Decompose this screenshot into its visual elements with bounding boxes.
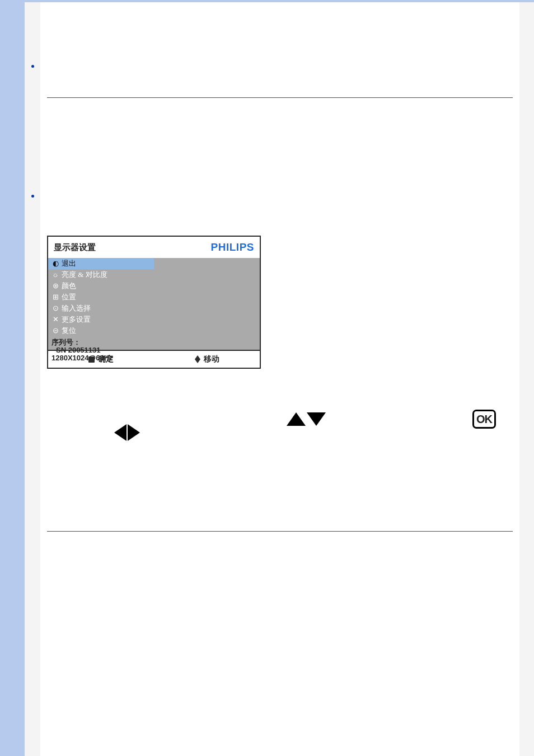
osd-item-label: 退出 [62, 259, 76, 269]
spacer [47, 436, 513, 531]
osd-item-more[interactable]: ✕ 更多设置 [48, 314, 154, 325]
osd-item-position[interactable]: ⊞ 位置 [48, 292, 154, 303]
osd-item-label: 颜色 [62, 281, 76, 291]
osd-foot-ok: 确定 [48, 354, 154, 364]
color-icon: ⊛ [51, 281, 59, 290]
brightness-icon: ☼ [51, 270, 59, 279]
osd-body: ◐ 退出 ☼ 亮度 & 对比度 ⊛ 颜色 ⊞ 位置 [48, 258, 260, 350]
osd-item-label: 亮度 & 对比度 [62, 270, 107, 280]
osd-foot-move: 移动 [154, 354, 260, 364]
page-frame: 显示器设置 PHILIPS ◐ 退出 ☼ 亮度 & 对比度 ⊛ 颜色 [25, 2, 534, 756]
brand-logo: PHILIPS [211, 241, 254, 253]
osd-item-exit[interactable]: ◐ 退出 [48, 258, 154, 269]
margin-bullet [31, 195, 34, 198]
exit-icon: ◐ [51, 259, 59, 268]
osd-item-label: 输入选择 [62, 303, 91, 313]
osd-menu: ◐ 退出 ☼ 亮度 & 对比度 ⊛ 颜色 ⊞ 位置 [48, 258, 154, 350]
spacer [47, 8, 513, 97]
ok-button-icon: OK [472, 410, 496, 429]
osd-item-input[interactable]: ⊙ 输入选择 [48, 303, 154, 314]
serial-number: SN 20051131 [51, 346, 151, 354]
osd-title: 显示器设置 [54, 242, 96, 253]
section-divider [47, 531, 513, 532]
osd-item-color[interactable]: ⊛ 颜色 [48, 280, 154, 292]
up-down-arrows-icon [287, 412, 326, 426]
osd-preview-pane [154, 258, 260, 350]
osd-item-reset[interactable]: ⊝ 复位 [48, 325, 154, 336]
osd-item-label: 复位 [62, 326, 76, 336]
margin-bullet [31, 65, 34, 68]
left-right-arrows-icon [114, 424, 140, 441]
serial-label: 序列号： [51, 339, 151, 346]
more-icon: ✕ [51, 315, 59, 324]
page-content: 显示器设置 PHILIPS ◐ 退出 ☼ 亮度 & 对比度 ⊛ 颜色 [40, 2, 519, 756]
ok-glyph-icon [88, 356, 95, 363]
reset-icon: ⊝ [51, 326, 59, 335]
input-icon: ⊙ [51, 304, 59, 313]
position-icon: ⊞ [51, 293, 59, 302]
osd-foot-move-label: 移动 [204, 354, 219, 364]
updown-glyph-icon [195, 355, 200, 363]
osd-item-brightness[interactable]: ☼ 亮度 & 对比度 [48, 269, 154, 280]
osd-item-label: 更多设置 [62, 314, 91, 325]
osd-header: 显示器设置 PHILIPS [48, 237, 260, 258]
spacer [47, 98, 513, 232]
control-glyph-row: OK [114, 402, 496, 436]
osd-item-label: 位置 [62, 292, 76, 302]
osd-foot-ok-label: 确定 [98, 354, 114, 364]
osd-panel: 显示器设置 PHILIPS ◐ 退出 ☼ 亮度 & 对比度 ⊛ 颜色 [47, 236, 261, 369]
